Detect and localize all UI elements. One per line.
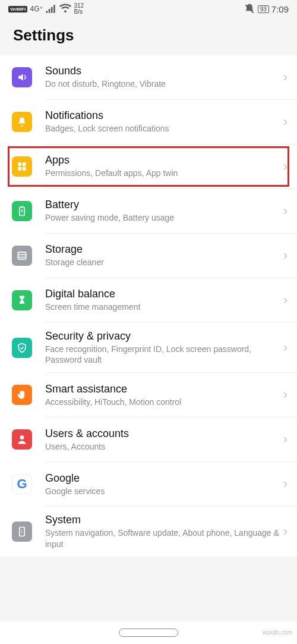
row-subtitle: Permissions, Default apps, App twin [45,168,280,178]
row-subtitle: Screen time management [45,301,280,312]
settings-row-digital-balance[interactable]: Digital balanceScreen time management› [0,278,297,322]
row-title: Notifications [45,109,280,122]
settings-list[interactable]: SoundsDo not disturb, Ringtone, Vibrate›… [0,55,297,557]
chevron-right-icon: › [283,114,287,130]
settings-row-google[interactable]: GGoogleGoogle services› [0,462,297,506]
system-icon: i [12,522,32,542]
chevron-right-icon: › [283,340,287,356]
chevron-right-icon: › [283,432,287,447]
status-right: 93 7:09 [244,3,289,15]
row-title: Digital balance [45,288,280,300]
chevron-right-icon: › [283,248,287,263]
battery-icon [12,201,32,221]
dnd-icon [244,3,255,15]
chevron-right-icon: › [283,293,287,308]
bell-icon [12,112,32,132]
row-subtitle: Badges, Lock screen notifications [45,123,280,134]
settings-row-sounds[interactable]: SoundsDo not disturb, Ringtone, Vibrate› [0,55,297,99]
page-title: Settings [13,26,284,45]
status-left: VoWiFi 4G⁺ 312 B/s [8,3,84,15]
svg-rect-5 [23,167,26,171]
row-title: System [45,514,280,526]
svg-rect-7 [21,206,23,208]
storage-icon [12,246,32,266]
row-subtitle: Do not disturb, Ringtone, Vibrate [45,78,280,89]
google-g-icon: G [12,474,32,494]
svg-point-1 [21,125,23,127]
row-subtitle: Power saving mode, Battery usage [45,212,280,223]
row-title: Smart assistance [45,383,280,395]
signal-icon [45,3,57,15]
settings-header: Settings [0,18,297,55]
chevron-right-icon: › [283,476,287,492]
battery-indicator: 93 [258,5,269,13]
settings-row-security-privacy[interactable]: Security & privacyFace recognition, Fing… [0,323,297,372]
status-bar: VoWiFi 4G⁺ 312 B/s 93 7:09 [0,0,297,18]
svg-rect-4 [18,167,21,171]
row-subtitle: Storage cleaner [45,257,280,268]
settings-row-users-accounts[interactable]: Users & accountsUsers, Accounts› [0,417,297,461]
svg-rect-3 [23,162,26,166]
home-pill[interactable] [119,629,178,637]
navigation-bar [0,621,297,644]
row-title: Storage [45,243,280,256]
row-subtitle: System navigation, Software update, Abou… [45,527,280,549]
settings-row-battery[interactable]: BatteryPower saving mode, Battery usage› [0,189,297,233]
chevron-right-icon: › [283,203,287,219]
svg-point-11 [20,436,24,440]
network-gen: 4G⁺ [30,5,43,13]
row-subtitle: Accessibility, HiTouch, Motion control [45,397,280,407]
chevron-right-icon: › [283,387,287,403]
row-title: Apps [45,154,280,167]
network-speed: 312 B/s [74,3,84,15]
row-title: Google [45,472,280,485]
chevron-right-icon: › [283,524,287,539]
chevron-right-icon: › [283,70,287,85]
chevron-right-icon: › [283,159,287,174]
vowifi-badge: VoWiFi [8,6,27,12]
row-title: Users & accounts [45,428,280,440]
settings-row-apps[interactable]: AppsPermissions, Default apps, App twin› [6,144,291,189]
hourglass-icon [12,290,32,310]
sound-icon [12,67,32,87]
svg-rect-8 [18,252,26,259]
row-subtitle: Google services [45,486,280,497]
row-subtitle: Users, Accounts [45,441,280,452]
wifi-icon [59,3,71,15]
hand-icon [12,385,32,405]
watermark: wsxdn.com [263,629,292,636]
row-title: Sounds [45,65,280,77]
svg-rect-2 [18,162,21,166]
svg-text:i: i [21,529,23,535]
settings-row-notifications[interactable]: NotificationsBadges, Lock screen notific… [0,100,297,144]
user-icon [12,429,32,450]
apps-icon [12,156,32,177]
row-subtitle: Face recognition, Fingerprint ID, Lock s… [45,344,280,365]
shield-icon [12,338,32,358]
clock: 7:09 [271,4,289,14]
settings-row-system[interactable]: iSystemSystem navigation, Software updat… [0,507,297,556]
settings-row-storage[interactable]: StorageStorage cleaner› [0,234,297,278]
settings-row-smart-assistance[interactable]: Smart assistanceAccessibility, HiTouch, … [0,373,297,417]
row-title: Security & privacy [45,330,280,343]
row-title: Battery [45,199,280,211]
